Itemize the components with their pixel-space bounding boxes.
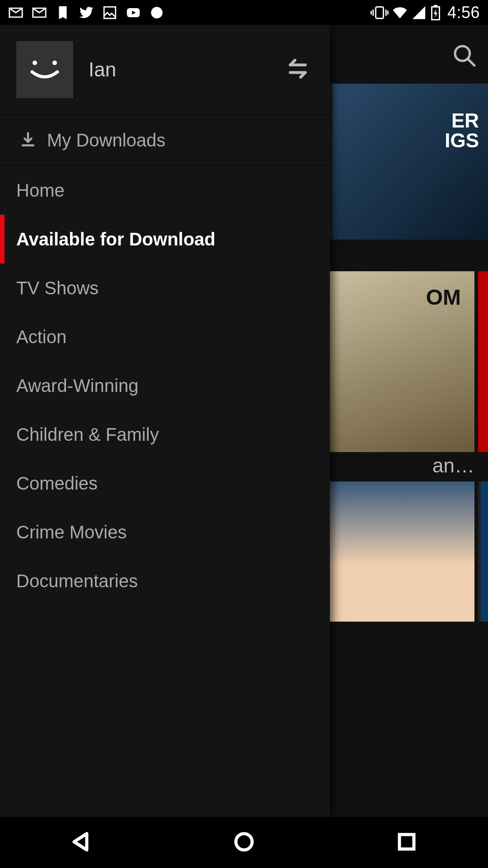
nav-item-crime-movies[interactable]: Crime Movies — [0, 508, 330, 557]
dot-icon — [149, 5, 164, 20]
svg-point-8 — [33, 61, 37, 65]
recents-button[interactable] — [396, 831, 418, 854]
nav-item-label: Action — [16, 327, 66, 347]
nav-item-available-for-download[interactable]: Available for Download — [0, 215, 330, 264]
svg-point-6 — [455, 46, 470, 61]
svg-line-7 — [468, 59, 475, 66]
nav-item-award-winning[interactable]: Award-Winning — [0, 361, 330, 410]
poster-title-fragment: ER IGS — [445, 111, 479, 151]
gmail-icon — [8, 5, 23, 20]
nav-item-documentaries[interactable]: Documentaries — [0, 557, 330, 605]
svg-rect-0 — [104, 7, 116, 19]
content-poster[interactable]: OM — [330, 271, 474, 452]
cell-signal-icon — [411, 5, 427, 20]
status-clock: 4:56 — [447, 3, 480, 22]
wifi-icon — [392, 5, 408, 20]
battery-charging-icon — [430, 5, 441, 20]
svg-point-10 — [236, 834, 252, 850]
nav-item-label: Documentaries — [16, 571, 138, 591]
nav-item-label: Award-Winning — [16, 376, 139, 396]
nav-item-label: Available for Download — [16, 229, 216, 250]
netflix-icon — [55, 5, 70, 20]
nav-item-tv-shows[interactable]: TV Shows — [0, 264, 330, 312]
nav-item-label: Crime Movies — [16, 522, 127, 542]
gmail-icon — [32, 5, 47, 20]
my-downloads-item[interactable]: My Downloads — [0, 115, 330, 165]
drawer-nav-list: Home Available for Download TV Shows Act… — [0, 166, 330, 817]
nav-item-comedies[interactable]: Comedies — [0, 459, 330, 508]
nav-item-children-family[interactable]: Children & Family — [0, 410, 330, 459]
status-bar-notifications — [8, 5, 164, 20]
svg-rect-11 — [399, 835, 414, 849]
status-bar: 4:56 — [0, 0, 488, 25]
my-downloads-label: My Downloads — [47, 130, 165, 151]
back-button[interactable] — [70, 831, 92, 854]
download-icon — [20, 131, 36, 149]
nav-item-label: Comedies — [16, 473, 98, 494]
home-button[interactable] — [233, 831, 255, 854]
content-poster[interactable]: ER IGS — [330, 84, 488, 240]
picture-icon — [102, 5, 117, 20]
content-poster[interactable] — [330, 481, 474, 622]
twitter-icon — [79, 5, 94, 20]
row-title-fragment: an… — [432, 454, 474, 477]
svg-point-2 — [151, 7, 163, 19]
switch-profile-button[interactable] — [286, 57, 309, 82]
nav-item-label: TV Shows — [16, 278, 99, 298]
nav-item-home[interactable]: Home — [0, 166, 330, 215]
svg-point-9 — [52, 61, 57, 65]
youtube-icon — [126, 5, 141, 20]
drawer-downloads-section: My Downloads — [0, 115, 330, 166]
content-poster[interactable] — [478, 481, 488, 622]
system-nav-bar — [0, 817, 488, 868]
nav-item-label: Children & Family — [16, 425, 159, 445]
svg-rect-5 — [434, 5, 438, 7]
poster-title-fragment: OM — [426, 285, 461, 310]
nav-item-label: Home — [16, 180, 65, 201]
nav-item-action[interactable]: Action — [0, 312, 330, 361]
drawer-header: Ian — [0, 25, 330, 115]
profile-name: Ian — [89, 58, 116, 81]
svg-rect-3 — [375, 7, 383, 19]
navigation-drawer: Ian My Downloads Home Available for Down… — [0, 25, 330, 817]
content-poster[interactable] — [478, 271, 488, 452]
vibrate-icon — [371, 5, 389, 20]
search-button[interactable] — [452, 43, 477, 70]
profile-avatar[interactable] — [16, 41, 73, 98]
status-bar-system: 4:56 — [371, 3, 480, 22]
